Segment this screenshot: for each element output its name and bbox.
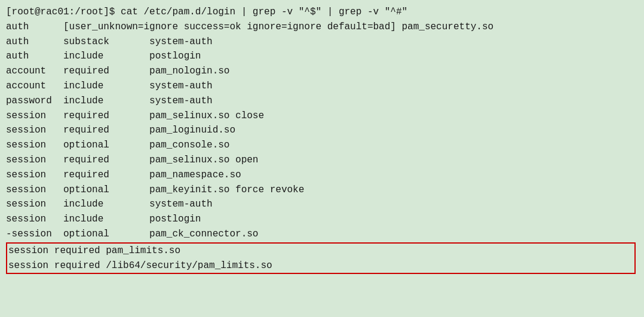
line-session-selinux-open: session required pam_selinux.so open <box>6 153 638 168</box>
highlighted-line-1: session required pam_limits.so <box>7 244 634 258</box>
line-password-include: password include system-auth <box>6 94 638 109</box>
line-session-include-sysauth: session include system-auth <box>6 197 638 212</box>
line-session-selinux-close: session required pam_selinux.so close <box>6 109 638 124</box>
line-auth-securetty: auth [user_unknown=ignore success=ok ign… <box>6 20 638 35</box>
highlighted-line-2: session required /lib64/security/pam_lim… <box>7 258 634 273</box>
line-session-loginuid: session required pam_loginuid.so <box>6 123 638 138</box>
line-session-keyinit: session optional pam_keyinit.so force re… <box>6 183 638 198</box>
line-session-include-postlogin: session include postlogin <box>6 212 638 227</box>
line-account-include: account include system-auth <box>6 79 638 94</box>
line-session-ck-connector: -session optional pam_ck_connector.so <box>6 227 638 242</box>
line-account-required: account required pam_nologin.so <box>6 64 638 79</box>
prompt-line: [root@rac01:/root]$ cat /etc/pam.d/login… <box>6 5 638 20</box>
highlighted-lines-box: session required pam_limits.so session r… <box>6 242 636 275</box>
line-auth-include-postlogin: auth include postlogin <box>6 49 638 64</box>
line-auth-substack: auth substack system-auth <box>6 35 638 50</box>
line-session-console: session optional pam_console.so <box>6 138 638 153</box>
line-session-namespace: session required pam_namespace.so <box>6 168 638 183</box>
terminal-window: [root@rac01:/root]$ cat /etc/pam.d/login… <box>0 0 644 317</box>
